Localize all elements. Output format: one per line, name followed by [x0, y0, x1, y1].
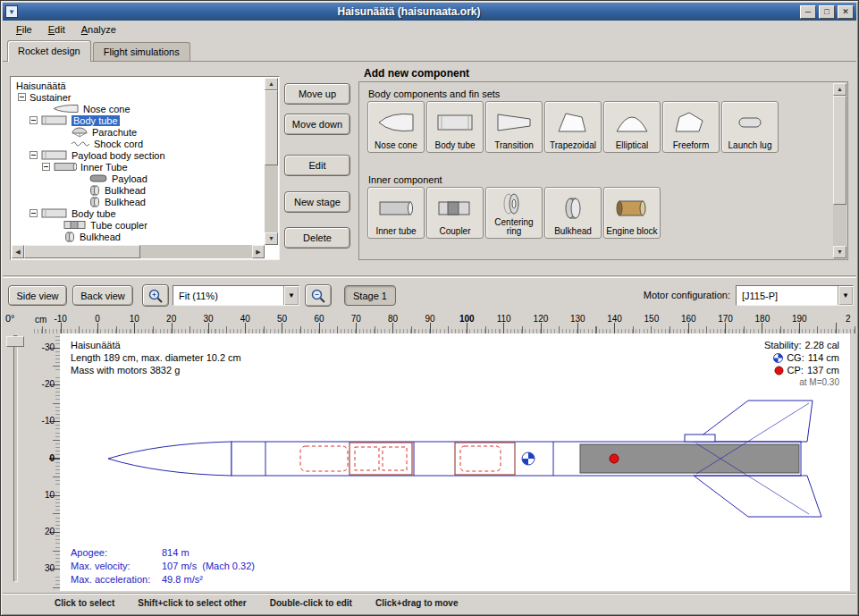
- add-elliptical-fin-button[interactable]: Elliptical: [603, 101, 661, 153]
- close-button[interactable]: ✕: [838, 5, 854, 19]
- component-tree[interactable]: Haisunäätä Sustainer Nose cone Body tube…: [12, 78, 265, 245]
- add-launch-lug-button[interactable]: Launch lug: [721, 101, 779, 153]
- ruler-label: -10: [42, 314, 79, 324]
- tab-rocket-design[interactable]: Rocket design: [7, 40, 91, 62]
- palette-button-label: Transition: [494, 141, 534, 150]
- scroll-thumb[interactable]: [24, 245, 140, 258]
- motor-configuration-select[interactable]: [J115-P] ▼: [736, 285, 854, 306]
- add-freeform-fin-button[interactable]: Freeform: [662, 101, 720, 153]
- back-view-button[interactable]: Back view: [72, 285, 133, 306]
- magnifier-minus-icon: [310, 288, 326, 304]
- tree-item-label: Bulkhead: [105, 185, 146, 196]
- palette-button-label: Freeform: [673, 141, 710, 150]
- maximize-button[interactable]: □: [819, 5, 835, 19]
- scroll-thumb[interactable]: [265, 90, 278, 165]
- tree-item-tube-coupler[interactable]: Tube coupler: [12, 219, 265, 231]
- add-body-tube-button[interactable]: Body tube: [426, 101, 484, 153]
- add-centering-ring-button[interactable]: Centering ring: [485, 187, 543, 239]
- app-window: ▾ Haisunäätä (haisunaata.ork) ─ □ ✕ File…: [0, 0, 859, 616]
- tree-item-rocket[interactable]: Haisunäätä: [12, 80, 265, 91]
- scroll-down-button[interactable]: ▼: [833, 246, 846, 258]
- rotation-slider-handle[interactable]: [6, 336, 24, 347]
- delete-button[interactable]: Delete: [284, 227, 350, 249]
- tree-item-payload-body-section[interactable]: Payload body section: [12, 149, 265, 161]
- rotation-slider-track[interactable]: [13, 335, 18, 582]
- ruler-label: -10: [42, 416, 55, 426]
- add-engine-block-button[interactable]: Engine block: [603, 187, 661, 239]
- palette-row-body-components: Nose cone Body tube Transition Trapezoid…: [367, 101, 779, 153]
- tree-collapse-icon[interactable]: [29, 116, 38, 124]
- tree-item-sustainer[interactable]: Sustainer: [12, 91, 265, 103]
- tree-vertical-scrollbar[interactable]: ▲ ▼: [265, 78, 278, 245]
- palette-row-inner-components: Inner tube Coupler Centering ring Bulkhe…: [367, 187, 661, 239]
- menu-file[interactable]: File: [8, 22, 40, 37]
- tab-flight-simulations[interactable]: Flight simulations: [93, 42, 190, 61]
- tree-collapse-icon[interactable]: [42, 163, 50, 171]
- scroll-right-button[interactable]: ▶: [252, 245, 265, 258]
- splitter[interactable]: [3, 275, 856, 278]
- window-menu-icon[interactable]: ▾: [5, 5, 18, 18]
- menu-edit[interactable]: Edit: [40, 22, 73, 37]
- body-tube-icon: [435, 110, 475, 135]
- stage-1-toggle[interactable]: Stage 1: [344, 285, 396, 306]
- titlebar: ▾ Haisunäätä (haisunaata.ork) ─ □ ✕: [3, 3, 856, 21]
- ruler-label: 90: [411, 314, 448, 324]
- tree-collapse-icon[interactable]: [29, 151, 38, 159]
- tree-item-bulkhead[interactable]: Bulkhead: [12, 196, 265, 207]
- minimize-button[interactable]: ─: [800, 5, 816, 19]
- move-up-button[interactable]: Move up: [284, 83, 350, 105]
- add-inner-tube-button[interactable]: Inner tube: [367, 187, 425, 239]
- palette-vertical-scrollbar[interactable]: ▲ ▼: [833, 83, 846, 258]
- motor-configuration-label: Motor configuration:: [573, 290, 730, 300]
- side-view-button[interactable]: Side view: [8, 285, 67, 306]
- zoom-out-button[interactable]: [305, 284, 332, 307]
- tree-item-label: Sustainer: [29, 92, 71, 103]
- add-transition-button[interactable]: Transition: [485, 101, 543, 153]
- move-down-button[interactable]: Move down: [284, 114, 350, 135]
- add-nose-cone-button[interactable]: Nose cone: [367, 101, 425, 153]
- chevron-down-icon[interactable]: ▼: [838, 286, 853, 305]
- add-coupler-button[interactable]: Coupler: [426, 187, 484, 239]
- bulkhead-icon: [553, 196, 593, 221]
- tree-item-nose-cone[interactable]: Nose cone: [12, 103, 265, 114]
- tree-item-inner-tube[interactable]: Inner Tube: [12, 161, 265, 173]
- zoom-in-button[interactable]: [142, 284, 169, 307]
- coupler-icon: [435, 196, 475, 221]
- ruler-label: 30: [45, 563, 55, 573]
- cg-row: CG: 114 cm: [764, 351, 839, 364]
- scroll-left-button[interactable]: ◀: [12, 245, 24, 258]
- scroll-thumb[interactable]: [833, 96, 846, 205]
- scroll-up-button[interactable]: ▲: [833, 83, 846, 96]
- launch-lug-shape[interactable]: [685, 435, 715, 442]
- add-bulkhead-button[interactable]: Bulkhead: [544, 187, 602, 239]
- inner-tube-icon: [376, 196, 416, 221]
- scroll-up-button[interactable]: ▲: [265, 78, 278, 90]
- ruler-label: 70: [338, 314, 375, 324]
- ruler-label: 190: [781, 314, 818, 324]
- cg-icon: [773, 353, 783, 363]
- tree-item-payload[interactable]: Payload: [12, 173, 265, 184]
- tree-item-shock-cord[interactable]: Shock cord: [12, 138, 265, 149]
- menu-analyze[interactable]: Analyze: [73, 22, 124, 37]
- tree-collapse-icon[interactable]: [18, 93, 26, 101]
- nose-cone-shape[interactable]: [108, 442, 232, 476]
- tree-item-label: Inner Tube: [80, 162, 128, 173]
- tree-collapse-icon[interactable]: [29, 209, 38, 217]
- tree-item-parachute[interactable]: Parachute: [12, 126, 265, 138]
- tree-item-bulkhead[interactable]: Bulkhead: [12, 231, 265, 242]
- chevron-down-icon[interactable]: ▼: [283, 286, 299, 305]
- tree-item-body-tube[interactable]: Body tube: [12, 114, 265, 126]
- edit-button[interactable]: Edit: [284, 155, 350, 176]
- new-stage-button[interactable]: New stage: [284, 191, 350, 213]
- rocket-canvas[interactable]: Haisunäätä Length 189 cm, max. diameter …: [60, 333, 850, 591]
- tree-item-body-tube[interactable]: Body tube: [12, 207, 265, 219]
- bulkhead-icon: [88, 197, 101, 207]
- scroll-down-button[interactable]: ▼: [265, 232, 278, 245]
- ruler-label: 160: [670, 314, 707, 324]
- zoom-level-select[interactable]: Fit (11%) ▼: [173, 285, 299, 306]
- tree-item-bulkhead[interactable]: Bulkhead: [12, 184, 265, 196]
- tree-horizontal-scrollbar[interactable]: ◀ ▶: [12, 245, 265, 258]
- parachute-icon: [71, 127, 88, 138]
- add-trapezoidal-fin-button[interactable]: Trapezoidal: [544, 101, 602, 153]
- inner-tube-icon: [54, 162, 77, 172]
